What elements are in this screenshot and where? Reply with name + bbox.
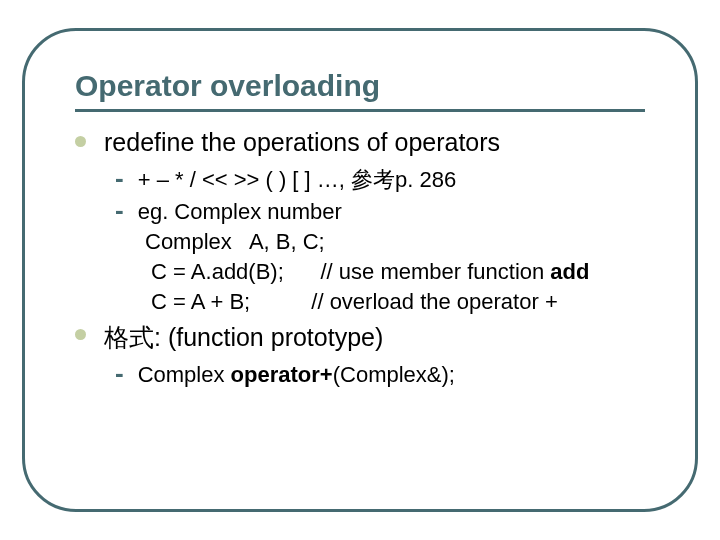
- code-line-1: Complex A, B, C;: [145, 229, 645, 255]
- title-rule: [75, 109, 645, 112]
- bullet-dot-icon: [75, 329, 86, 340]
- dash-icon: -: [115, 167, 124, 189]
- bullet-2-sub-1: - Complex operator+(Complex&);: [115, 362, 645, 388]
- code-line-2b: add: [550, 259, 589, 284]
- bullet-2: 格式: (function prototype): [75, 321, 645, 354]
- bullet-dot-icon: [75, 136, 86, 147]
- bullet-2-text: 格式: (function prototype): [104, 321, 383, 354]
- bullet-1-sub-1: - + – * / << >> ( ) [ ] …, 參考p. 286: [115, 165, 645, 195]
- dash-icon: -: [115, 199, 124, 221]
- proto-b: operator+: [231, 362, 333, 387]
- bullet-1-text: redefine the operations of operators: [104, 128, 500, 157]
- bullet-2-sub-1-text: Complex operator+(Complex&);: [138, 362, 455, 388]
- dash-icon: -: [115, 362, 124, 384]
- bullet-1-sub-1-text: + – * / << >> ( ) [ ] …, 參考p. 286: [138, 165, 457, 195]
- bullet-1: redefine the operations of operators: [75, 128, 645, 157]
- slide-title: Operator overloading: [75, 69, 645, 103]
- bullet-1-sub-2: - eg. Complex number: [115, 199, 645, 225]
- code-line-2: C = A.add(B); // use member function add: [145, 259, 645, 285]
- bullet-1-sub-2-text: eg. Complex number: [138, 199, 342, 225]
- proto-a: Complex: [138, 362, 231, 387]
- code-line-3: C = A + B; // overload the operator +: [145, 289, 645, 315]
- code-line-2a: C = A.add(B); // use member function: [145, 259, 550, 284]
- slide-frame: Operator overloading redefine the operat…: [22, 28, 698, 512]
- proto-c: (Complex&);: [333, 362, 455, 387]
